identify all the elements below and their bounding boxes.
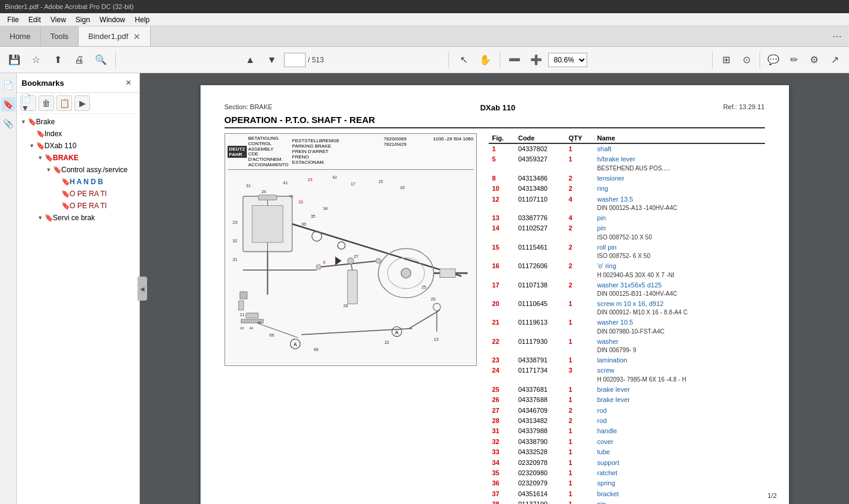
cell-code: 04313486 <box>515 173 565 184</box>
share-button[interactable]: ⬆ <box>48 50 67 70</box>
markup-button[interactable]: ⚙ <box>805 50 824 70</box>
table-row: 35023209801ratchet <box>489 468 765 478</box>
cell-name: pinISO 002341-B 8A11X 35X 29 -ST 50-2-A4… <box>594 499 765 504</box>
cell-name: handle <box>594 426 765 436</box>
table-row: 36023209791spring <box>489 478 765 488</box>
tab-more-button[interactable]: ⋯ <box>825 31 849 42</box>
diagram-box: DEUTZFAHR BETATIGUNG CONTROL ASSEMBLY CD… <box>225 133 477 366</box>
bookmark-icon-dxab: 🔖 <box>36 142 44 151</box>
separator-2 <box>449 52 449 68</box>
comment-button[interactable]: 💬 <box>764 50 783 70</box>
table-row: 14011025272pinISO 008752-10 X 50 <box>489 223 765 242</box>
zoom-in-button[interactable]: ➕ <box>527 50 546 70</box>
icon-strip-attachments[interactable]: 📎 <box>1 116 16 131</box>
page-total: / 513 <box>308 56 324 64</box>
sidebar-close-button[interactable]: ✕ <box>122 77 134 89</box>
bookmark-operati2[interactable]: 🔖 O PE RA TI <box>17 200 139 212</box>
cell-qty: 4 <box>565 194 594 213</box>
cell-qty: 1 <box>565 499 594 504</box>
cell-name: ring <box>594 184 765 194</box>
bookmark-service[interactable]: ▼ 🔖 Servi ce brak <box>17 212 139 224</box>
tab-close-button[interactable]: ✕ <box>133 32 140 41</box>
toggle-service[interactable]: ▼ <box>36 214 44 223</box>
icon-strip-page[interactable]: 📄 <box>1 78 16 92</box>
toggle-brake[interactable]: ▼ <box>19 118 28 127</box>
save-button[interactable]: 💾 <box>5 50 24 70</box>
cursor-tool-button[interactable]: ↖ <box>454 50 473 70</box>
cell-name: bracket <box>594 489 765 499</box>
cell-qty: 2 <box>565 406 594 416</box>
bookmark-button[interactable]: ☆ <box>26 50 46 70</box>
bookmark-handb[interactable]: 🔖 H A N D B <box>17 176 139 188</box>
menu-help[interactable]: Help <box>130 14 155 25</box>
menu-sign[interactable]: Sign <box>71 14 95 25</box>
cell-code: 04359327 <box>515 154 565 173</box>
cell-qty: 1 <box>565 385 594 395</box>
svg-text:36: 36 <box>301 222 306 227</box>
icon-strip-bookmark[interactable]: 🔖 <box>1 97 16 112</box>
tab-home[interactable]: Home <box>0 26 41 46</box>
cell-fig: 12 <box>489 194 515 213</box>
bookmark-index[interactable]: 🔖 Index <box>17 128 139 140</box>
prev-page-button[interactable]: ▲ <box>241 50 260 70</box>
menu-window[interactable]: Window <box>95 14 130 25</box>
bookmark-brake[interactable]: ▼ 🔖 Brake <box>17 116 139 128</box>
search-button[interactable]: 🔍 <box>91 50 110 70</box>
sidebar: Bookmarks ✕ 📄▼ 🗑 📋 ▶ ▼ 🔖 Brake 🔖 Index <box>17 73 140 504</box>
cell-name: spring <box>594 478 765 488</box>
table-row: 38011371901pinISO 002341-B 8A11X 35X 29 … <box>489 499 765 504</box>
rotate-button[interactable]: ⊙ <box>737 50 756 70</box>
bookmark-label-brake-sub: BRAKE <box>53 154 137 163</box>
bookmark-more-button[interactable]: ▶ <box>74 95 90 111</box>
table-row: 15011154612roll pinISO 008752- 6 X 50 <box>489 242 765 261</box>
zoom-select[interactable]: 50% 75% 80.6% 100% 125% 150% 200% <box>548 53 587 67</box>
cell-qty: 1 <box>565 143 594 154</box>
tab-document[interactable]: Binder1.pdf ✕ <box>79 26 151 46</box>
diagram-ref: 1036 -29 504 1060 <box>406 136 474 142</box>
share2-button[interactable]: ↗ <box>825 50 844 70</box>
cell-fig: 14 <box>489 223 515 242</box>
cell-name: washer 13.5DIN 000125-A13 -140HV-A4C <box>594 194 765 213</box>
table-row: 10043134802ring <box>489 184 765 194</box>
menu-edit[interactable]: Edit <box>23 14 46 25</box>
menu-view[interactable]: View <box>46 14 71 25</box>
menu-file[interactable]: File <box>2 14 23 25</box>
cell-fig: 24 <box>489 365 515 384</box>
highlight-button[interactable]: ✏ <box>784 50 803 70</box>
tab-tools[interactable]: Tools <box>41 26 79 46</box>
bookmark-dxab[interactable]: ▼ 🔖 DXab 110 <box>17 140 139 152</box>
cell-code: 04313480 <box>515 184 565 194</box>
table-row: 37043516141bracket <box>489 489 765 499</box>
toggle-control[interactable]: ▼ <box>44 166 53 175</box>
cell-fig: 27 <box>489 406 515 416</box>
bookmark-operati1[interactable]: 🔖 O PE RA TI <box>17 188 139 200</box>
page-input[interactable]: 5 <box>284 53 306 67</box>
toggle-brake-sub[interactable]: ▼ <box>36 154 44 163</box>
bookmark-icon-control: 🔖 <box>53 166 61 175</box>
toggle-dxab[interactable]: ▼ <box>28 142 36 151</box>
hand-tool-button[interactable]: ✋ <box>476 50 495 70</box>
sidebar-collapse-button[interactable]: ◀ <box>137 277 147 301</box>
bookmark-label-operati1: O PE RA TI <box>70 190 137 199</box>
print-button[interactable]: 🖨 <box>70 50 89 70</box>
bookmark-props-button[interactable]: 📋 <box>56 95 72 111</box>
bookmark-control[interactable]: ▼ 🔖 Control assy./service <box>17 164 139 176</box>
new-bookmark-button[interactable]: 📄▼ <box>20 95 36 111</box>
cell-fig: 23 <box>489 355 515 365</box>
cell-fig: 31 <box>489 426 515 436</box>
next-page-button[interactable]: ▼ <box>262 50 282 70</box>
cell-qty: 2 <box>565 261 594 280</box>
svg-text:45: 45 <box>289 194 293 198</box>
bookmark-brake-sub[interactable]: ▼ 🔖 BRAKE <box>17 152 139 164</box>
fit-page-button[interactable]: ⊞ <box>716 50 736 70</box>
cell-qty: 1 <box>565 489 594 499</box>
parts-tbody: 1043378021shaft5043593271h/brake leverBE… <box>489 143 765 504</box>
pdf-area[interactable]: Section: BRAKE DXab 110 Ref.: 13.29.11 O… <box>140 73 849 504</box>
svg-point-33 <box>376 258 381 263</box>
cell-name: roll pinISO 008752- 6 X 50 <box>594 242 765 261</box>
svg-text:17: 17 <box>351 181 355 186</box>
delete-bookmark-button[interactable]: 🗑 <box>38 95 54 111</box>
zoom-out-button[interactable]: ➖ <box>505 50 524 70</box>
cell-fig: 21 <box>489 317 515 336</box>
cell-qty: 1 <box>565 468 594 478</box>
